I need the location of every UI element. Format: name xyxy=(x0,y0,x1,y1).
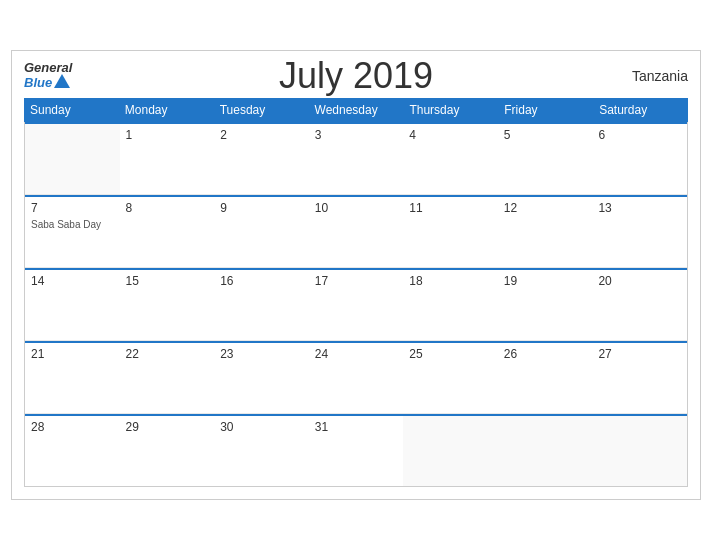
day-cell: 22 xyxy=(120,343,215,413)
day-cell: 26 xyxy=(498,343,593,413)
day-header-friday: Friday xyxy=(498,98,593,122)
day-cell: 18 xyxy=(403,270,498,340)
day-number: 25 xyxy=(409,347,492,361)
days-header: SundayMondayTuesdayWednesdayThursdayFrid… xyxy=(24,98,688,122)
day-number: 7 xyxy=(31,201,114,215)
day-number: 28 xyxy=(31,420,114,434)
calendar-grid: 1234567Saba Saba Day89101112131415161718… xyxy=(24,122,688,487)
calendar-container: General Blue July 2019 Tanzania SundayMo… xyxy=(11,50,701,500)
day-cell: 2 xyxy=(214,124,309,194)
day-cell: 8 xyxy=(120,197,215,267)
day-number: 29 xyxy=(126,420,209,434)
day-number: 26 xyxy=(504,347,587,361)
day-cell: 14 xyxy=(25,270,120,340)
day-header-wednesday: Wednesday xyxy=(309,98,404,122)
day-number: 8 xyxy=(126,201,209,215)
day-number: 1 xyxy=(126,128,209,142)
day-cell: 27 xyxy=(592,343,687,413)
day-cell: 11 xyxy=(403,197,498,267)
day-header-sunday: Sunday xyxy=(24,98,119,122)
day-number: 15 xyxy=(126,274,209,288)
day-number: 6 xyxy=(598,128,681,142)
week-row-2: 7Saba Saba Day8910111213 xyxy=(25,195,687,268)
day-number: 16 xyxy=(220,274,303,288)
day-number: 5 xyxy=(504,128,587,142)
day-cell: 15 xyxy=(120,270,215,340)
day-cell: 10 xyxy=(309,197,404,267)
day-cell: 12 xyxy=(498,197,593,267)
logo: General Blue xyxy=(24,61,72,90)
day-number: 2 xyxy=(220,128,303,142)
day-cell: 24 xyxy=(309,343,404,413)
day-number: 9 xyxy=(220,201,303,215)
day-cell xyxy=(592,416,687,486)
day-cell: 7Saba Saba Day xyxy=(25,197,120,267)
day-cell: 9 xyxy=(214,197,309,267)
day-number: 21 xyxy=(31,347,114,361)
day-number: 12 xyxy=(504,201,587,215)
day-header-monday: Monday xyxy=(119,98,214,122)
day-number: 27 xyxy=(598,347,681,361)
day-cell: 1 xyxy=(120,124,215,194)
day-number: 24 xyxy=(315,347,398,361)
day-number: 4 xyxy=(409,128,492,142)
day-cell: 28 xyxy=(25,416,120,486)
week-row-5: 28293031 xyxy=(25,414,687,487)
country-label: Tanzania xyxy=(632,68,688,84)
day-cell: 29 xyxy=(120,416,215,486)
day-number: 14 xyxy=(31,274,114,288)
day-cell xyxy=(25,124,120,194)
day-cell: 4 xyxy=(403,124,498,194)
day-number: 13 xyxy=(598,201,681,215)
week-row-3: 14151617181920 xyxy=(25,268,687,341)
day-cell: 23 xyxy=(214,343,309,413)
day-cell: 30 xyxy=(214,416,309,486)
day-cell: 16 xyxy=(214,270,309,340)
day-number: 22 xyxy=(126,347,209,361)
day-cell: 31 xyxy=(309,416,404,486)
day-cell: 3 xyxy=(309,124,404,194)
logo-blue-text: Blue xyxy=(24,76,52,89)
calendar-title: July 2019 xyxy=(279,55,433,97)
day-cell xyxy=(403,416,498,486)
week-row-4: 21222324252627 xyxy=(25,341,687,414)
day-number: 18 xyxy=(409,274,492,288)
day-header-thursday: Thursday xyxy=(403,98,498,122)
day-number: 17 xyxy=(315,274,398,288)
logo-general-text: General xyxy=(24,61,72,74)
day-cell: 6 xyxy=(592,124,687,194)
day-number: 3 xyxy=(315,128,398,142)
holiday-label: Saba Saba Day xyxy=(31,219,101,230)
day-cell xyxy=(498,416,593,486)
day-cell: 17 xyxy=(309,270,404,340)
day-header-saturday: Saturday xyxy=(593,98,688,122)
week-row-1: 123456 xyxy=(25,122,687,195)
calendar-header: General Blue July 2019 Tanzania xyxy=(24,61,688,90)
day-cell: 13 xyxy=(592,197,687,267)
day-cell: 19 xyxy=(498,270,593,340)
day-number: 20 xyxy=(598,274,681,288)
day-cell: 20 xyxy=(592,270,687,340)
day-number: 23 xyxy=(220,347,303,361)
day-header-tuesday: Tuesday xyxy=(214,98,309,122)
logo-triangle-icon xyxy=(54,74,70,88)
day-cell: 5 xyxy=(498,124,593,194)
day-cell: 21 xyxy=(25,343,120,413)
day-number: 10 xyxy=(315,201,398,215)
day-cell: 25 xyxy=(403,343,498,413)
day-number: 30 xyxy=(220,420,303,434)
day-number: 11 xyxy=(409,201,492,215)
day-number: 31 xyxy=(315,420,398,434)
day-number: 19 xyxy=(504,274,587,288)
